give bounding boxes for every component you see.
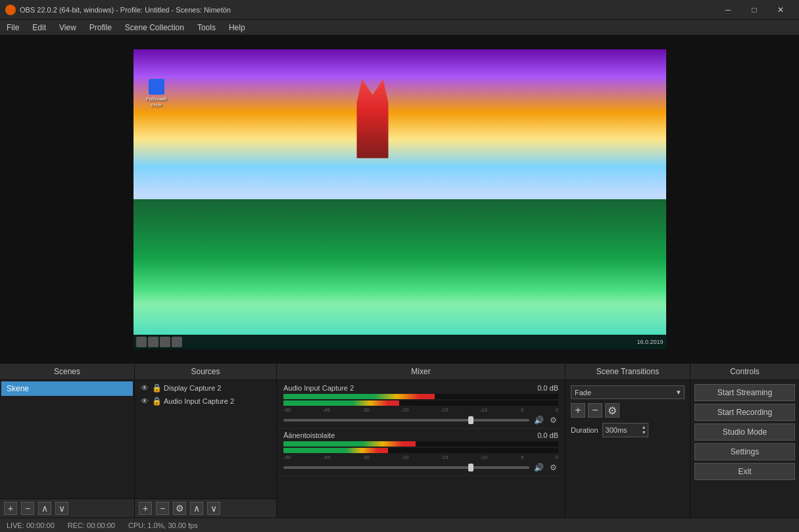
sources-add-button[interactable]: + xyxy=(139,502,152,515)
taskbar-icon-3 xyxy=(160,337,170,347)
transition-settings-button[interactable]: ⚙ xyxy=(605,403,619,418)
start-streaming-button[interactable]: Start Streaming xyxy=(694,384,795,401)
menu-help[interactable]: Help xyxy=(222,20,252,36)
menu-profile[interactable]: Profile xyxy=(83,20,118,36)
taskbar-time: 16.0.2019 xyxy=(637,339,663,345)
preview-area: Рабочий стол 16.0.2019 xyxy=(0,36,799,363)
taskbar-icon-2 xyxy=(148,337,158,347)
mixer-track-2-name: Äänentoistolaite xyxy=(283,431,335,439)
source-lock-icon[interactable]: 🔒 xyxy=(152,383,161,393)
mixer-panel-header: Mixer xyxy=(277,364,565,380)
transitions-add-remove: + − ⚙ xyxy=(571,403,685,418)
chevron-down-icon: ▾ xyxy=(677,388,681,397)
duration-label: Duration xyxy=(571,426,598,434)
meter-bar-2-top xyxy=(283,441,416,447)
meter-2-bottom xyxy=(283,448,558,453)
mixer-track-2-db: 0.0 dB xyxy=(537,431,558,439)
source-lock-icon[interactable]: 🔒 xyxy=(152,397,161,406)
sources-settings-button[interactable]: ⚙ xyxy=(173,502,186,515)
statusbar: LIVE: 00:00:00 REC: 00:00:00 CPU: 1.0%, … xyxy=(0,518,799,532)
transition-type-value: Fade xyxy=(575,389,591,397)
volume-slider-1[interactable] xyxy=(283,419,529,422)
meter-1-top xyxy=(283,394,558,399)
minimize-button[interactable]: ─ xyxy=(715,0,741,20)
source-item: 👁 🔒 Audio Input Capture 2 xyxy=(136,395,275,408)
mixer-track-2: Äänentoistolaite 0.0 dB -60 -45 -30 -20 … xyxy=(278,429,564,476)
menubar: File Edit View Profile Scene Collection … xyxy=(0,20,799,36)
bottom-section: Scenes Skene + − ∧ ∨ Sources 👁 🔒 Display… xyxy=(0,363,799,518)
mute-button-1[interactable]: 🔊 xyxy=(533,415,544,425)
scenes-list: Skene xyxy=(0,380,134,498)
meter-2-labels: -60 -45 -30 -20 -15 -10 -5 0 xyxy=(283,454,558,460)
meter-bar-2-bottom xyxy=(283,448,388,453)
sources-up-button[interactable]: ∧ xyxy=(190,502,203,515)
mute-button-2[interactable]: 🔊 xyxy=(533,462,544,473)
sources-footer: + − ⚙ ∧ ∨ xyxy=(135,498,276,518)
scenes-remove-button[interactable]: − xyxy=(21,502,34,515)
mixer-panel: Mixer Audio Input Capture 2 0.0 dB -60 -… xyxy=(277,364,566,518)
scene-transitions-content: Fade ▾ + − ⚙ Duration 300ms ▴▾ xyxy=(566,380,690,518)
taskbar-icon-1 xyxy=(136,337,147,347)
scene-item[interactable]: Skene xyxy=(1,381,133,396)
menu-tools[interactable]: Tools xyxy=(191,20,222,36)
taskbar-icon-4 xyxy=(172,337,182,347)
volume-slider-2[interactable] xyxy=(283,466,529,469)
desktop-icon-label: Рабочий стол xyxy=(140,96,173,108)
scenes-down-button[interactable]: ∨ xyxy=(55,502,68,515)
mixer-settings-1[interactable]: ⚙ xyxy=(548,415,558,425)
mixer-track-2-header: Äänentoistolaite 0.0 dB xyxy=(283,431,558,439)
titlebar: OBS 22.0.2 (64-bit, windows) - Profile: … xyxy=(0,0,799,20)
sources-remove-button[interactable]: − xyxy=(156,502,169,515)
meter-2-top xyxy=(283,441,558,447)
transition-add-button[interactable]: + xyxy=(571,403,585,418)
volume-thumb-1[interactable] xyxy=(468,416,473,424)
maximize-button[interactable]: □ xyxy=(741,0,767,20)
scene-transitions-header: Scene Transitions xyxy=(566,364,690,380)
transition-type-dropdown[interactable]: Fade ▾ xyxy=(571,385,685,399)
rec-status: REC: 00:00:00 xyxy=(68,521,115,529)
mixer-track-1-name: Audio Input Capture 2 xyxy=(283,384,354,392)
scenes-add-button[interactable]: + xyxy=(4,502,17,515)
sources-panel-header: Sources xyxy=(135,364,276,380)
start-recording-button[interactable]: Start Recording xyxy=(694,404,795,421)
meter-1-labels: -60 -45 -30 -20 -15 -10 -5 0 xyxy=(283,407,558,413)
meter-1-bottom xyxy=(283,400,558,406)
duration-row: Duration 300ms ▴▾ xyxy=(571,423,685,437)
scenes-panel: Scenes Skene + − ∧ ∨ xyxy=(0,364,135,518)
menu-scene-collection[interactable]: Scene Collection xyxy=(118,20,191,36)
mixer-track-1-db: 0.0 dB xyxy=(537,384,558,392)
preview-canvas[interactable]: Рабочий стол 16.0.2019 xyxy=(133,49,666,349)
settings-button[interactable]: Settings xyxy=(694,443,795,460)
controls-panel-header: Controls xyxy=(690,364,799,380)
sources-list: 👁 🔒 Display Capture 2 👁 🔒 Audio Input Ca… xyxy=(135,380,276,498)
mixer-settings-2[interactable]: ⚙ xyxy=(548,462,558,473)
scenes-up-button[interactable]: ∧ xyxy=(38,502,51,515)
sources-panel: Sources 👁 🔒 Display Capture 2 👁 🔒 Audio … xyxy=(135,364,277,518)
preview-ground xyxy=(133,199,666,349)
meter-bar-1-bottom xyxy=(283,400,399,406)
controls-buttons: Start Streaming Start Recording Studio M… xyxy=(690,380,799,484)
exit-button[interactable]: Exit xyxy=(694,463,795,480)
mixer-track-1-header: Audio Input Capture 2 0.0 dB xyxy=(283,384,558,392)
studio-mode-button[interactable]: Studio Mode xyxy=(694,423,795,441)
duration-spinbox-arrows: ▴▾ xyxy=(642,425,645,435)
source-label: Audio Input Capture 2 xyxy=(164,397,271,405)
mixer-tracks: Audio Input Capture 2 0.0 dB -60 -45 -30… xyxy=(277,380,565,518)
menu-file[interactable]: File xyxy=(0,20,26,36)
window-controls: ─ □ ✕ xyxy=(715,0,794,20)
menu-edit[interactable]: Edit xyxy=(26,20,53,36)
transition-remove-button[interactable]: − xyxy=(588,403,602,418)
desktop-icon-image xyxy=(149,79,164,95)
volume-thumb-2[interactable] xyxy=(468,464,473,472)
menu-view[interactable]: View xyxy=(53,20,83,36)
sources-down-button[interactable]: ∨ xyxy=(207,502,220,515)
source-eye-icon[interactable]: 👁 xyxy=(140,397,149,406)
mixer-track-1: Audio Input Capture 2 0.0 dB -60 -45 -30… xyxy=(278,381,564,429)
desktop-icon: Рабочий стол xyxy=(140,79,173,108)
close-button[interactable]: ✕ xyxy=(767,0,794,20)
duration-input[interactable]: 300ms ▴▾ xyxy=(602,423,648,437)
source-eye-icon[interactable]: 👁 xyxy=(140,383,149,393)
duration-value: 300ms xyxy=(606,426,627,434)
scene-transitions-panel: Scene Transitions Fade ▾ + − ⚙ Duration … xyxy=(566,364,690,518)
cpu-status: CPU: 1.0%, 30.00 fps xyxy=(128,521,198,529)
